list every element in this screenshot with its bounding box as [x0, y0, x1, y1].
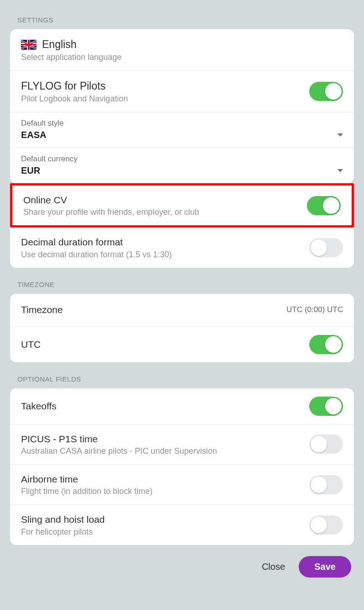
takeoffs-title: Takeoffs [21, 400, 309, 413]
online-cv-sub: Share your profile with friends, employe… [23, 207, 307, 217]
picus-toggle[interactable] [309, 435, 343, 454]
timezone-value: UTC (0:00) UTC [286, 305, 343, 314]
default-style-value: EASA [21, 130, 47, 140]
picus-title: PICUS - P1S time [21, 433, 309, 446]
timezone-title: Timezone [21, 303, 286, 316]
online-cv-highlight: Online CV Share your profile with friend… [10, 183, 354, 228]
uk-flag-icon [21, 40, 37, 50]
settings-card-2: Decimal duration format Use decimal dura… [10, 228, 354, 267]
utc-toggle[interactable] [309, 335, 343, 354]
chevron-down-icon [338, 169, 343, 172]
flylog-sub: Pilot Logbook and Navigation [21, 94, 309, 104]
section-header-timezone: TIMEZONE [0, 268, 364, 294]
default-currency-value: EUR [21, 165, 40, 176]
language-row[interactable]: English Select application language [10, 29, 354, 71]
takeoffs-toggle[interactable] [309, 397, 343, 416]
chevron-down-icon [338, 133, 343, 137]
timezone-card: Timezone UTC (0:00) UTC UTC [10, 294, 354, 362]
sling-sub: For helicopter pilots [21, 527, 309, 537]
airborne-sub: Flight time (in addition to block time) [21, 487, 309, 496]
decimal-sub: Use decimal duration format (1.5 vs 1:30… [21, 250, 309, 260]
picus-sub: Australian CASA airline pilots - PIC und… [21, 446, 309, 456]
sling-row: Sling and hoist load For helicopter pilo… [10, 505, 354, 545]
online-cv-row: Online CV Share your profile with friend… [12, 186, 352, 225]
decimal-toggle[interactable] [309, 238, 343, 257]
default-style-row[interactable]: Default style EASA [10, 112, 354, 148]
flylog-title: FLYLOG for Pilots [21, 79, 309, 93]
sling-toggle[interactable] [309, 515, 343, 535]
flylog-toggle[interactable] [309, 82, 343, 101]
footer-actions: Close Save [0, 545, 364, 582]
save-button[interactable]: Save [299, 556, 351, 578]
airborne-row: Airborne time Flight time (in addition t… [10, 465, 354, 505]
utc-row: UTC [10, 327, 354, 362]
airborne-toggle[interactable] [309, 475, 343, 494]
takeoffs-row: Takeoffs [10, 388, 354, 424]
picus-row: PICUS - P1S time Australian CASA airline… [10, 424, 354, 465]
default-style-label: Default style [21, 119, 343, 128]
airborne-title: Airborne time [21, 473, 309, 486]
language-title: English [42, 37, 76, 52]
flylog-row: FLYLOG for Pilots Pilot Logbook and Navi… [10, 71, 354, 112]
default-currency-label: Default currency [21, 154, 343, 164]
utc-title: UTC [21, 338, 309, 351]
online-cv-title: Online CV [23, 194, 307, 207]
settings-card: English Select application language FLYL… [10, 29, 354, 183]
section-header-settings: SETTINGS [0, 0, 364, 29]
timezone-row[interactable]: Timezone UTC (0:00) UTC [10, 294, 354, 327]
close-button[interactable]: Close [262, 562, 285, 572]
section-header-optional: OPTIONAL FIELDS [0, 362, 364, 388]
optional-card: Takeoffs PICUS - P1S time Australian CAS… [10, 388, 354, 545]
decimal-title: Decimal duration format [21, 236, 309, 249]
default-currency-row[interactable]: Default currency EUR [10, 148, 354, 183]
sling-title: Sling and hoist load [21, 513, 309, 526]
online-cv-toggle[interactable] [307, 196, 341, 215]
decimal-row: Decimal duration format Use decimal dura… [10, 228, 354, 267]
language-sub: Select application language [21, 53, 343, 62]
